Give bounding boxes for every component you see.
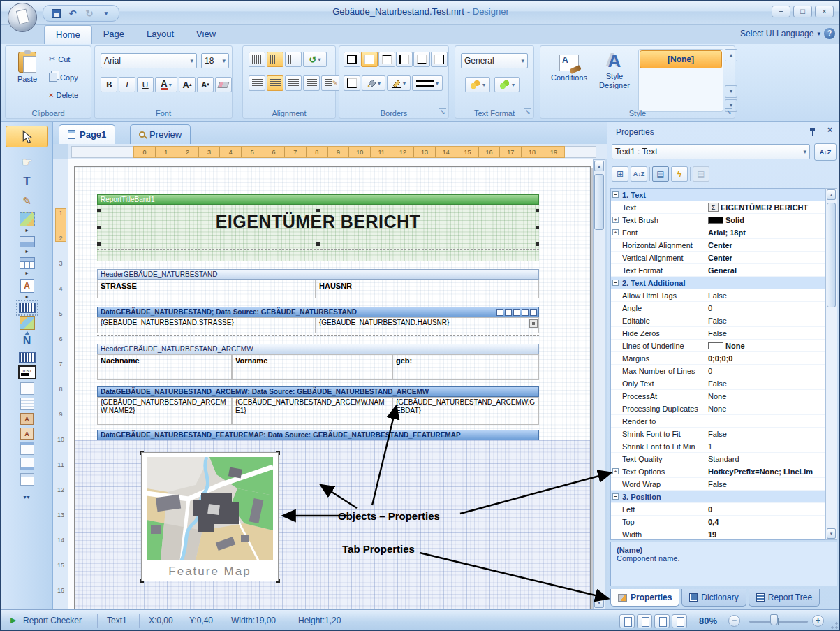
header-cell[interactable]: HAUSNR: [316, 280, 539, 298]
panel2-component-icon[interactable]: [20, 458, 34, 470]
property-value[interactable]: Arial; 18pt: [705, 226, 825, 238]
property-row[interactable]: Word Wrap False: [611, 478, 825, 491]
paste-button[interactable]: Paste: [11, 52, 43, 83]
italic-button[interactable]: I: [119, 77, 135, 92]
property-row[interactable]: Processing Duplicates None: [611, 402, 825, 415]
property-value[interactable]: None: [705, 390, 825, 402]
panel-close-icon[interactable]: ×: [827, 125, 832, 135]
property-row[interactable]: Lines of Underline None: [611, 340, 825, 352]
help-icon[interactable]: ?: [824, 28, 835, 39]
property-value[interactable]: Solid: [705, 214, 825, 226]
style-scroll-up-icon[interactable]: ▴: [725, 49, 737, 61]
close-button[interactable]: ×: [815, 6, 834, 17]
expand-icon[interactable]: −: [612, 493, 619, 500]
property-value[interactable]: HotkeyPrefix=None; LineLim: [705, 465, 825, 477]
style-none-item[interactable]: [None]: [640, 50, 722, 68]
select-ui-language-button[interactable]: Select UI Language: [740, 29, 813, 38]
property-row[interactable]: + Text Brush Solid: [611, 214, 825, 226]
ribbon-tab[interactable]: Home: [44, 25, 92, 44]
property-value[interactable]: False: [705, 327, 825, 339]
header-band2[interactable]: HeaderGEBÄUDE_NATURBESTAND_ARCEMW: [97, 344, 539, 354]
font-color-button[interactable]: A ▾: [155, 77, 177, 92]
style-designer-button[interactable]: A Style Designer: [595, 52, 634, 90]
align-justify-button[interactable]: [303, 75, 320, 91]
border-bottom-button[interactable]: [413, 52, 430, 67]
property-row[interactable]: + Text Options HotkeyPrefix=None; LineLi…: [611, 465, 825, 478]
property-row[interactable]: + Font Arial; 18pt: [611, 226, 825, 239]
flyout-arrow-icon[interactable]: ▸: [19, 247, 36, 254]
report-title-text[interactable]: EIGENTÜMER BERICHT: [97, 212, 539, 232]
text-format-select[interactable]: General▾: [461, 53, 528, 68]
zoom-in-button[interactable]: +: [812, 615, 824, 627]
copy-button[interactable]: Copy: [49, 73, 78, 82]
property-row[interactable]: − 1. Text: [611, 189, 825, 201]
categorized-view-icon[interactable]: ⊞: [612, 166, 628, 182]
property-value[interactable]: Center: [705, 239, 825, 251]
expand-icon[interactable]: −: [612, 191, 619, 198]
property-value[interactable]: Σ EIGENTÜMER BERICHT: [705, 201, 825, 213]
property-value[interactable]: None: [705, 402, 825, 414]
data-band2[interactable]: DataGEBÄUDE_NATURBESTAND_ARCEMW: Data So…: [97, 386, 539, 397]
expand-icon[interactable]: +: [612, 229, 619, 235]
property-value[interactable]: False: [705, 428, 825, 440]
canvas-scrollbar[interactable]: ▴ ▾: [593, 159, 605, 609]
property-row[interactable]: Left 0: [611, 503, 825, 516]
grow-font-button[interactable]: A▴: [179, 77, 196, 92]
barcode-tool-icon[interactable]: [19, 303, 36, 313]
band-tool-icon[interactable]: [20, 236, 35, 247]
property-row[interactable]: Vertical Alignment Center: [611, 252, 825, 264]
align-bottom-button[interactable]: [285, 52, 302, 67]
ui-language-dropdown-icon[interactable]: ▾: [817, 30, 820, 37]
bold-button[interactable]: B: [101, 77, 117, 92]
property-value[interactable]: [705, 189, 825, 201]
field-cell[interactable]: {GEBÄUDE_NATURBESTAND_ARCEMW.NAME1}: [232, 397, 392, 425]
zoom-slider-thumb[interactable]: [770, 614, 778, 625]
align-right-button[interactable]: [285, 75, 302, 91]
contact-component-icon[interactable]: A: [20, 413, 34, 425]
pointer-tool-button[interactable]: [6, 126, 48, 147]
shrink-font-button[interactable]: A▾: [197, 77, 214, 92]
property-row[interactable]: Text Σ EIGENTÜMER BERICHT: [611, 201, 825, 214]
currency-format-button[interactable]: ▾: [465, 77, 490, 92]
property-row[interactable]: Shrink Font to Fit Min 1: [611, 440, 825, 453]
header-cell[interactable]: Vorname: [232, 354, 392, 380]
flyout-arrow-icon[interactable]: ▸: [19, 293, 36, 300]
property-row[interactable]: Top 0,4: [611, 516, 825, 528]
property-value[interactable]: False: [705, 289, 825, 301]
scroll-down-icon[interactable]: ▾: [594, 597, 604, 608]
property-value[interactable]: 0,4: [705, 516, 825, 528]
property-row[interactable]: Width 19: [611, 528, 825, 540]
property-row[interactable]: − 2. Text Additional: [611, 277, 825, 289]
feature-map-object[interactable]: Feature Map: [141, 452, 279, 581]
conditions-button[interactable]: A Conditions: [547, 55, 591, 82]
tab-preview[interactable]: Preview: [130, 124, 191, 144]
cut-button[interactable]: ✂ Cut: [49, 55, 70, 64]
tab-properties[interactable]: Properties: [610, 589, 679, 607]
header-cell[interactable]: geb:: [392, 354, 539, 380]
property-row[interactable]: Render to: [611, 415, 825, 428]
property-value[interactable]: 19: [705, 528, 825, 540]
ribbon-tab[interactable]: Page: [92, 25, 135, 44]
property-grid-scrollbar[interactable]: ▴ ▾: [825, 188, 837, 540]
property-value[interactable]: 0;0;0;0: [705, 352, 825, 364]
flyout-arrow-icon[interactable]: ▸: [19, 226, 36, 233]
band-join-icon[interactable]: [529, 319, 538, 328]
property-row[interactable]: Hide Zeros False: [611, 327, 825, 340]
border-none-button[interactable]: [361, 52, 378, 67]
field-cell[interactable]: {GEBÄUDE_NATURBESTAND_ARCEMW.NAME2}: [97, 397, 232, 425]
text-properties-button[interactable]: ✎: [321, 75, 341, 91]
property-value[interactable]: False: [705, 377, 825, 389]
text-tool-icon[interactable]: T: [19, 173, 36, 190]
ribbon-tab[interactable]: Layout: [135, 25, 185, 44]
property-value[interactable]: False: [705, 314, 825, 326]
property-value[interactable]: 0: [705, 365, 825, 377]
border-outside-button[interactable]: [344, 75, 360, 91]
expand-icon[interactable]: +: [612, 217, 619, 223]
maximize-button[interactable]: □: [793, 6, 812, 17]
align-left-button[interactable]: [249, 75, 265, 91]
border-top-button[interactable]: [378, 52, 395, 67]
resize-grip[interactable]: [831, 622, 838, 629]
style-brush-icon[interactable]: ✎: [19, 193, 36, 210]
font-family-select[interactable]: Arial▾: [101, 53, 197, 68]
property-row[interactable]: Allow Html Tags False: [611, 289, 825, 302]
